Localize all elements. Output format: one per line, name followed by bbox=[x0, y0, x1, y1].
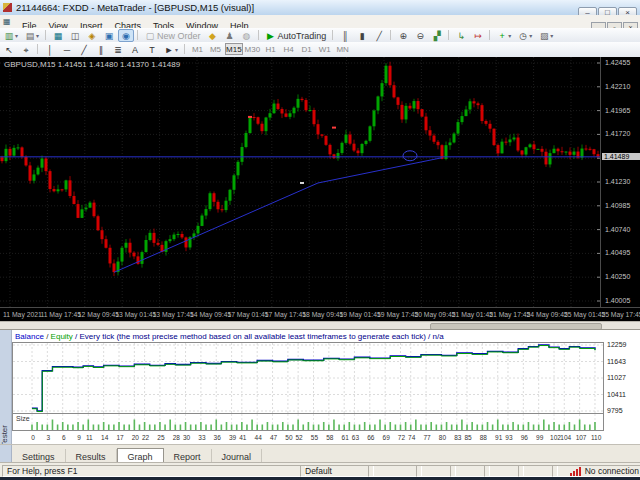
time-axis[interactable]: 11 May 202111 May 17:4512 May 09:4513 Ma… bbox=[0, 307, 640, 322]
fibonacci-button[interactable]: ≣ bbox=[110, 43, 126, 56]
time-label: 21 May 01:45 bbox=[452, 311, 493, 318]
toolbar-separator bbox=[489, 30, 490, 40]
arrows-button[interactable]: ►▾ bbox=[161, 43, 181, 56]
chart-window-icon[interactable]: ▦ bbox=[3, 17, 11, 26]
text-label-button[interactable]: T bbox=[144, 43, 160, 56]
line-chart-button[interactable]: ╱ bbox=[371, 29, 387, 42]
toolbar-separator bbox=[332, 30, 333, 40]
price-axis[interactable]: 1.424551.422101.419651.417201.414751.412… bbox=[600, 57, 640, 307]
equidistant-channel-icon: ∥ bbox=[96, 45, 106, 55]
periods-button[interactable]: ◷▾ bbox=[515, 29, 535, 42]
zoom-in-button[interactable]: ⊕ bbox=[395, 29, 411, 42]
vertical-line-button[interactable]: │ bbox=[42, 43, 58, 56]
timeframe-m5[interactable]: M5 bbox=[207, 43, 224, 54]
metaeditor-button[interactable]: ◆ bbox=[205, 29, 221, 42]
timeframe-h1[interactable]: H1 bbox=[262, 43, 279, 54]
new-chart-button[interactable]: ▥▾ bbox=[1, 29, 21, 42]
navigator-button[interactable]: ◈ bbox=[84, 29, 100, 42]
ohlc-info: GBPUSD,M15 1.41451 1.41480 1.41370 1.414… bbox=[4, 60, 180, 69]
profiles-dropdown-icon[interactable]: ▾ bbox=[36, 32, 39, 39]
toolbar-separator bbox=[390, 30, 391, 40]
tester-x-label: 30 bbox=[182, 434, 192, 441]
status-connection[interactable]: No connection bbox=[552, 465, 640, 477]
periods-dropdown-icon[interactable]: ▾ bbox=[529, 32, 532, 39]
status-profile[interactable]: Default bbox=[300, 465, 374, 477]
market-watch-button[interactable]: ▦ bbox=[50, 29, 66, 42]
periods-icon: ◷ bbox=[518, 31, 528, 41]
terminal-button[interactable]: ▣ bbox=[101, 29, 117, 42]
zoom-in-icon: ⊕ bbox=[398, 31, 408, 41]
tester-x-label: 55 bbox=[309, 434, 319, 441]
time-label: 21 May 17:45 bbox=[489, 311, 530, 318]
metaeditor-icon: ◆ bbox=[208, 31, 218, 41]
price-label: 1.41965 bbox=[605, 107, 630, 114]
arrows-dropdown-icon[interactable]: ▾ bbox=[175, 46, 178, 53]
templates-dropdown-icon[interactable]: ▾ bbox=[550, 32, 553, 39]
tester-tabs-row: SettingsResultsGraphReportJournal bbox=[0, 444, 640, 463]
timeframe-h4[interactable]: H4 bbox=[280, 43, 297, 54]
title-bar[interactable]: 21144664: FXDD - MetaTrader - [GBPUSD,M1… bbox=[0, 0, 640, 16]
toolbar-separator bbox=[184, 44, 185, 54]
vertical-line-icon: │ bbox=[45, 45, 55, 55]
size-axis-label: Size bbox=[16, 415, 30, 422]
timeframe-mn[interactable]: MN bbox=[334, 43, 351, 54]
templates-button[interactable]: ▨▾ bbox=[536, 29, 556, 42]
tester-x-label: 11 bbox=[84, 434, 94, 441]
equidistant-channel-button[interactable]: ∥ bbox=[93, 43, 109, 56]
time-label: 18 May 09:45 bbox=[302, 311, 343, 318]
trendline-button[interactable]: ╱ bbox=[76, 43, 92, 56]
zoom-out-icon: ⊖ bbox=[415, 31, 425, 41]
candlestick-chart-button[interactable]: ▮ bbox=[354, 29, 370, 42]
tester-x-label: 88 bbox=[478, 434, 488, 441]
indicators-button[interactable]: +▾ bbox=[494, 29, 514, 42]
tester-x-label: 91 bbox=[494, 434, 504, 441]
zoom-out-button[interactable]: ⊖ bbox=[412, 29, 428, 42]
tester-x-label: 80 bbox=[437, 434, 447, 441]
chart-area[interactable]: GBPUSD,M15 1.41451 1.41480 1.41370 1.414… bbox=[0, 57, 640, 307]
profiles-button[interactable]: ▤▾ bbox=[22, 29, 42, 42]
standard-toolbar: ▥▾▤▾▦◫◈▣◉▢New Order◆♟◍▶AutoTrading║▮╱⊕⊖▞… bbox=[0, 28, 640, 43]
cursor-icon: ↖ bbox=[4, 45, 14, 55]
tester-x-label: 99 bbox=[535, 434, 545, 441]
bar-chart-icon: ║ bbox=[340, 31, 350, 41]
bar-chart-button[interactable]: ║ bbox=[337, 29, 353, 42]
cursor-button[interactable]: ↖ bbox=[1, 43, 17, 56]
scripts-button[interactable]: ◍ bbox=[239, 29, 255, 42]
timeframe-m30[interactable]: M30 bbox=[244, 43, 262, 54]
balance-equity-graph[interactable] bbox=[12, 339, 638, 431]
autotrading-button[interactable]: ▶AutoTrading bbox=[263, 29, 330, 42]
autotrading-label: AutoTrading bbox=[278, 31, 327, 41]
horizontal-line-button[interactable]: ─ bbox=[59, 43, 75, 56]
candlestick-chart-icon: ▮ bbox=[357, 31, 367, 41]
timeframe-w1[interactable]: W1 bbox=[316, 43, 333, 54]
templates-icon: ▨ bbox=[539, 31, 549, 41]
price-label: 1.40495 bbox=[605, 249, 630, 256]
tester-x-label: 3 bbox=[43, 434, 53, 441]
tester-x-label: 83 bbox=[453, 434, 463, 441]
timeframe-m1[interactable]: M1 bbox=[189, 43, 206, 54]
time-label: 17 May 17:45 bbox=[265, 311, 306, 318]
auto-scroll-icon: ↳ bbox=[456, 31, 466, 41]
tester-x-label: 63 bbox=[350, 434, 360, 441]
time-label: 14 May 09:45 bbox=[190, 311, 231, 318]
tester-graph-panel: x Balance / Equity / Every tick (the mos… bbox=[0, 329, 640, 445]
app-icon bbox=[3, 3, 12, 12]
timeframe-d1[interactable]: D1 bbox=[298, 43, 315, 54]
chart-shift-button[interactable]: ↦ bbox=[470, 29, 486, 42]
auto-scroll-button[interactable]: ↳ bbox=[453, 29, 469, 42]
new-order-button[interactable]: ▢New Order bbox=[142, 29, 204, 42]
expert-advisors-button[interactable]: ♟ bbox=[222, 29, 238, 42]
crosshair-button[interactable]: ⌖ bbox=[18, 43, 34, 56]
menu-items: FileViewInsertChartsToolsWindowHelp bbox=[16, 15, 254, 28]
indicators-dropdown-icon[interactable]: ▾ bbox=[508, 32, 511, 39]
candlestick-chart[interactable] bbox=[0, 57, 600, 307]
strategy-tester-button[interactable]: ◉ bbox=[118, 29, 134, 42]
new-order-icon: ▢ bbox=[145, 31, 155, 41]
new-chart-dropdown-icon[interactable]: ▾ bbox=[15, 32, 18, 39]
arrows-icon: ► bbox=[164, 45, 174, 55]
timeframe-m15[interactable]: M15 bbox=[225, 43, 243, 55]
text-button[interactable]: A bbox=[127, 43, 143, 56]
tile-windows-button[interactable]: ▞ bbox=[429, 29, 445, 42]
tester-x-label: 104 bbox=[560, 434, 570, 441]
data-window-button[interactable]: ◫ bbox=[67, 29, 83, 42]
